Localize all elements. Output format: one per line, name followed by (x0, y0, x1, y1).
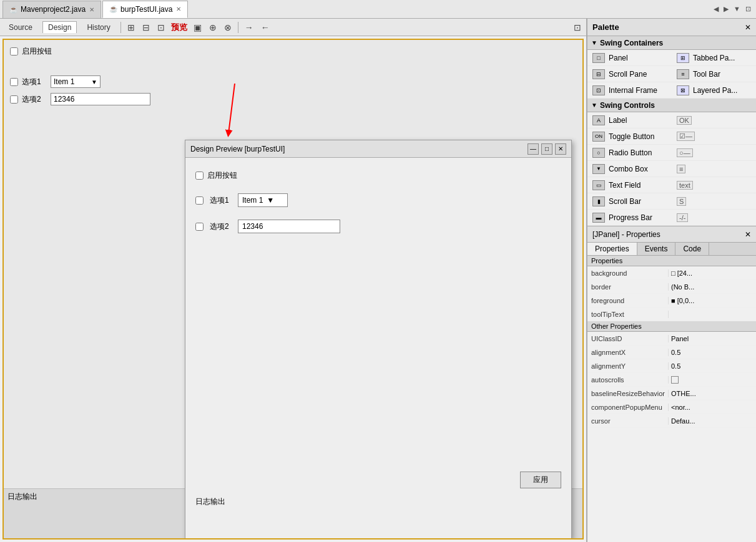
textfield-right-badge: text (677, 181, 693, 190)
properties-title: [JPanel] - Properties (592, 230, 745, 239)
canvas-row1-combo-arrow: ▼ (91, 79, 97, 85)
toolbar-btn-5[interactable]: ⊕ (208, 22, 218, 32)
palette-item-scrollbar-right[interactable]: S (672, 193, 756, 210)
tab-maven-icon: ☕ (9, 6, 18, 14)
dialog-row2-checkbox[interactable] (195, 223, 204, 231)
toolbar-btn-4[interactable]: ▣ (192, 22, 203, 32)
controls-grid: A Label OK ON Toggle Button ☑— ○ Radio B… (587, 112, 756, 226)
preview-label[interactable]: 预览 (171, 22, 187, 33)
tab-design[interactable]: Design (42, 21, 77, 33)
prop-value-aligny[interactable]: 0.5 (669, 362, 756, 370)
palette-item-scroll[interactable]: ⊟ Scroll Pane (587, 66, 672, 82)
swing-controls-header[interactable]: ▼ Swing Controls (587, 99, 756, 112)
palette-item-scrollbar[interactable]: ▮ Scroll Bar (587, 193, 672, 210)
tab-nav-restore[interactable]: ⊡ (743, 5, 754, 13)
palette-item-combo[interactable]: ▼ Combo Box (587, 161, 672, 177)
prop-value-background[interactable]: □ [24... (669, 269, 756, 277)
prop-value-baseline[interactable]: OTHE... (669, 390, 756, 397)
tab-nav-menu[interactable]: ▼ (731, 5, 743, 13)
combo-right-badge: ≡ (677, 165, 685, 173)
dialog-row1-checkbox[interactable] (195, 196, 204, 205)
combo-ctrl-label: Combo Box (609, 165, 667, 173)
palette-item-label[interactable]: A Label (587, 112, 672, 128)
prop-tab-events[interactable]: Events (637, 243, 676, 255)
layered-label: Layered Pa... (693, 86, 751, 95)
radio-right-badge: ○— (677, 148, 693, 157)
palette-item-combo-right[interactable]: ≡ (672, 161, 756, 177)
prop-row-border: border (No B... (587, 280, 756, 294)
scroll-icon: ⊟ (592, 69, 605, 79)
palette-header: Palette ✕ (587, 19, 756, 36)
tab-maven-close[interactable]: ✕ (89, 6, 94, 13)
palette-item-textfield-right[interactable]: text (672, 177, 756, 193)
canvas-row1: 选项1 Item 1 ▼ (10, 75, 576, 88)
dialog-enable-checkbox[interactable] (195, 172, 204, 180)
canvas-row1-checkbox[interactable] (10, 78, 18, 86)
tab-nav-left[interactable]: ◀ (711, 5, 721, 13)
prop-section2: Other Properties (587, 321, 756, 332)
toolbar-btn-2[interactable]: ⊟ (141, 22, 151, 32)
palette-item-toggle-right[interactable]: ☑— (672, 128, 756, 145)
prop-name-border: border (587, 283, 669, 291)
toolbar-btn-1[interactable]: ⊞ (126, 22, 136, 32)
palette-item-radio-right[interactable]: ○— (672, 145, 756, 161)
design-preview-dialog: Design Preview [burpTestUI] — □ ✕ 启用按钮 (185, 140, 572, 539)
prop-value-popupmenu[interactable]: <nor... (669, 404, 756, 411)
tab-nav-right[interactable]: ▶ (721, 5, 731, 13)
prop-name-cursor: cursor (587, 417, 669, 425)
prop-value-autoscrolls[interactable] (671, 376, 679, 384)
dialog-minimize-btn[interactable]: — (528, 143, 539, 155)
dialog-close-btn[interactable]: ✕ (555, 143, 566, 155)
tab-burp-close[interactable]: ✕ (176, 6, 181, 12)
canvas-row2: 选项2 12346 (10, 93, 576, 105)
canvas-row2-label: 选项2 (22, 94, 47, 105)
prop-tab-code[interactable]: Code (675, 243, 709, 255)
palette-item-toolbar[interactable]: ≡ Tool Bar (672, 66, 756, 82)
tabbed-icon: ⊞ (677, 53, 689, 63)
palette-item-radio[interactable]: ○ Radio Button (587, 145, 672, 161)
canvas-enable-checkbox[interactable] (10, 47, 18, 56)
internalframe-label: Internal Frame (609, 86, 667, 95)
palette-close-btn[interactable]: ✕ (745, 23, 751, 32)
palette-item-progress-right[interactable]: -/- (672, 210, 756, 226)
swing-containers-header[interactable]: ▼ Swing Containers (587, 36, 756, 50)
dialog-row1-combo[interactable]: Item 1 ▼ (238, 193, 288, 207)
properties-close-btn[interactable]: ✕ (745, 230, 751, 239)
swing-containers-arrow: ▼ (591, 39, 597, 46)
toolbar-label: Tool Bar (693, 70, 751, 79)
tab-burp[interactable]: ☕ burpTestUI.java ✕ (102, 1, 188, 18)
prop-tab-properties[interactable]: Properties (587, 243, 637, 255)
palette-item-textfield[interactable]: ▭ Text Field (587, 177, 672, 193)
prop-value-border[interactable]: (No B... (669, 283, 756, 291)
prop-value-cursor[interactable]: Defau... (669, 417, 756, 425)
palette-item-progress[interactable]: ▬ Progress Bar (587, 210, 672, 226)
toolbar-btn-6[interactable]: ⊗ (223, 22, 233, 32)
palette-item-layered[interactable]: ⊠ Layered Pa... (672, 82, 756, 99)
properties-tabs: Properties Events Code (587, 243, 756, 256)
prop-name-aligny: alignmentY (587, 362, 669, 370)
dialog-maximize-btn[interactable]: □ (541, 143, 552, 155)
tab-history[interactable]: History (82, 22, 115, 33)
canvas-row2-checkbox[interactable] (10, 95, 18, 104)
canvas-row1-combo[interactable]: Item 1 ▼ (51, 75, 101, 88)
tab-source[interactable]: Source (4, 22, 37, 33)
dialog-row2-textfield[interactable] (238, 220, 340, 233)
tab-maven[interactable]: ☕ Mavenproject2.java ✕ (2, 1, 101, 18)
palette-item-toggle[interactable]: ON Toggle Button (587, 128, 672, 145)
toolbar-btn-expand[interactable]: ⊡ (572, 22, 582, 32)
dialog-apply-button[interactable]: 应用 (520, 472, 561, 488)
toolbar-btn-8[interactable]: ← (260, 22, 271, 32)
palette-item-panel[interactable]: □ Panel (587, 50, 672, 66)
prop-value-foreground[interactable]: ■ [0,0... (669, 297, 756, 304)
palette-item-internalframe[interactable]: ⊡ Internal Frame (587, 82, 672, 99)
palette-item-tabbed[interactable]: ⊞ Tabbed Pa... (672, 50, 756, 66)
editor-panel: Source Design History ⊞ ⊟ ⊡ 预览 ▣ ⊕ ⊗ → ←… (0, 19, 587, 542)
containers-grid: □ Panel ⊞ Tabbed Pa... ⊟ Scroll Pane ≡ T… (587, 50, 756, 99)
toolbar-btn-3[interactable]: ⊡ (156, 22, 166, 32)
prop-value-alignx[interactable]: 0.5 (669, 349, 756, 356)
canvas-row2-textfield[interactable]: 12346 (51, 93, 150, 105)
prop-value-uiclassid[interactable]: Panel (669, 335, 756, 342)
toolbar-btn-7[interactable]: → (243, 22, 255, 32)
palette-item-label-right[interactable]: OK (672, 112, 756, 128)
swing-containers-label: Swing Containers (600, 39, 663, 47)
